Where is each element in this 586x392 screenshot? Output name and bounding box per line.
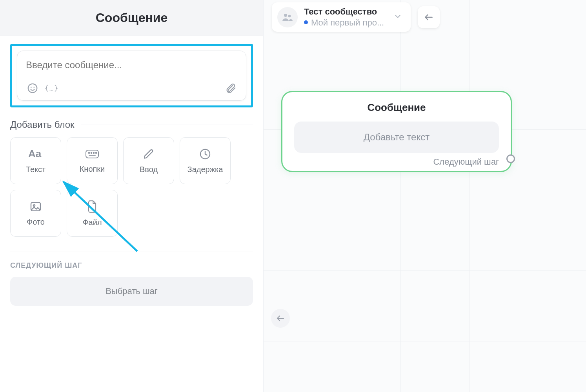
- community-avatar-icon: [277, 7, 298, 27]
- svg-point-9: [52, 90, 53, 91]
- svg-point-1: [288, 15, 291, 17]
- svg-point-4: [28, 84, 37, 93]
- arrow-left-icon: [276, 314, 285, 323]
- attachment-icon[interactable]: [224, 82, 237, 95]
- text-icon: Aa: [28, 148, 43, 160]
- message-composer[interactable]: [17, 51, 246, 101]
- block-label: Файл: [82, 218, 102, 227]
- node-body-placeholder[interactable]: Добавьте текст: [294, 122, 499, 153]
- svg-point-14: [93, 152, 95, 153]
- svg-point-12: [89, 152, 90, 153]
- svg-point-7: [50, 90, 51, 91]
- emoji-icon[interactable]: [26, 82, 39, 95]
- block-file-button[interactable]: Файл: [67, 190, 118, 237]
- svg-point-13: [91, 152, 92, 153]
- message-input[interactable]: [26, 60, 237, 71]
- block-label: Фото: [27, 218, 45, 227]
- panel-header: Сообщение: [0, 0, 263, 36]
- svg-point-5: [31, 87, 32, 88]
- canvas-header: Тест сообщество Мой первый про...: [272, 2, 440, 32]
- divider: [10, 252, 253, 252]
- chevron-down-icon[interactable]: [390, 9, 405, 25]
- svg-text:Aa: Aa: [28, 148, 42, 160]
- add-block-section: Добавить блок: [10, 119, 253, 130]
- collapse-button[interactable]: [418, 6, 440, 28]
- svg-point-8: [51, 90, 52, 91]
- next-step-heading: СЛЕДУЮЩИЙ ШАГ: [10, 261, 253, 270]
- keyboard-icon: [85, 148, 100, 160]
- file-icon: [87, 200, 98, 213]
- block-label: Ввод: [140, 165, 158, 174]
- flow-canvas[interactable]: Тест сообщество Мой первый про... Сообще…: [263, 0, 586, 392]
- svg-point-6: [33, 87, 35, 88]
- clock-icon: [199, 148, 211, 160]
- community-subtitle: Мой первый про...: [311, 17, 384, 28]
- divider: [81, 125, 253, 125]
- node-output-port[interactable]: [506, 154, 515, 163]
- svg-rect-11: [86, 150, 98, 158]
- canvas-prev-button[interactable]: [271, 309, 290, 328]
- arrow-left-icon: [424, 12, 434, 22]
- variable-icon[interactable]: [45, 82, 58, 95]
- message-toolbar: [26, 82, 237, 95]
- block-label: Задержка: [187, 165, 223, 174]
- svg-point-0: [284, 14, 287, 17]
- block-label: Кнопки: [80, 165, 105, 174]
- panel-title: Сообщение: [96, 11, 168, 25]
- status-dot-icon: [304, 20, 308, 24]
- block-label: Текст: [26, 165, 45, 174]
- block-photo-button[interactable]: Фото: [10, 190, 61, 237]
- block-buttons-button[interactable]: Кнопки: [67, 137, 118, 184]
- blocks-grid: Aa Текст Кнопки Ввод Задержка Фото Фа: [10, 137, 253, 237]
- node-title: Сообщение: [294, 102, 499, 114]
- message-composer-highlight: [10, 44, 253, 107]
- svg-rect-18: [31, 202, 40, 211]
- choose-step-button[interactable]: Выбрать шаг: [10, 277, 253, 306]
- node-next-label: Следующий шаг: [433, 157, 499, 167]
- svg-point-19: [33, 205, 35, 206]
- block-delay-button[interactable]: Задержка: [180, 137, 231, 184]
- pencil-icon: [142, 148, 155, 160]
- svg-point-15: [96, 152, 97, 153]
- block-text-button[interactable]: Aa Текст: [10, 137, 61, 184]
- editor-panel: Сообщение: [0, 0, 263, 392]
- message-node[interactable]: Сообщение Добавьте текст Следующий шаг: [281, 91, 512, 172]
- community-chip[interactable]: Тест сообщество Мой первый про...: [272, 2, 411, 32]
- image-icon: [29, 200, 42, 213]
- add-block-label: Добавить блок: [10, 119, 75, 130]
- block-input-button[interactable]: Ввод: [123, 137, 174, 184]
- community-title: Тест сообщество: [304, 6, 384, 17]
